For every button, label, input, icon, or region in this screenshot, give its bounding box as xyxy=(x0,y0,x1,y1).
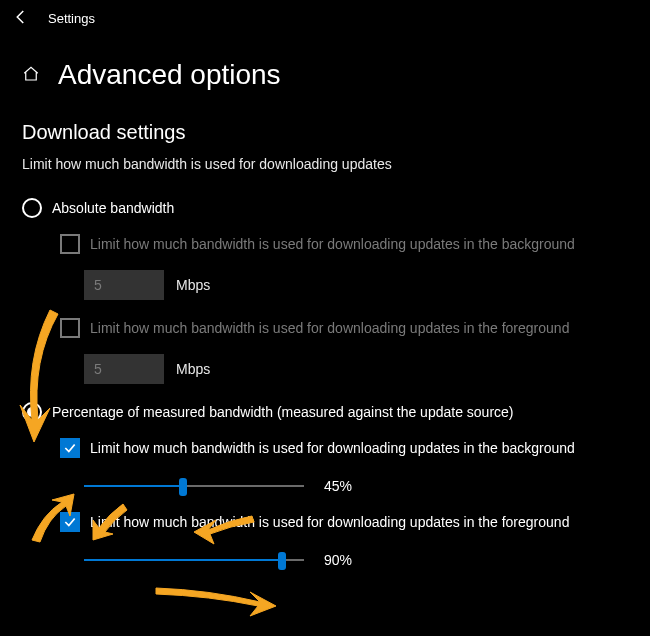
slider-value-label: 90% xyxy=(324,552,364,568)
radio-label: Absolute bandwidth xyxy=(52,200,174,216)
radio-label: Percentage of measured bandwidth (measur… xyxy=(52,404,514,420)
radio-percentage-bandwidth[interactable]: Percentage of measured bandwidth (measur… xyxy=(22,402,628,422)
checkbox-label: Limit how much bandwidth is used for dow… xyxy=(90,514,569,530)
window-title: Settings xyxy=(48,11,95,26)
radio-absolute-bandwidth[interactable]: Absolute bandwidth xyxy=(22,198,628,218)
checkbox-label: Limit how much bandwidth is used for dow… xyxy=(90,320,569,336)
checkbox-absolute-foreground[interactable]: Limit how much bandwidth is used for dow… xyxy=(60,318,628,338)
checkbox-icon xyxy=(60,512,80,532)
slider-foreground-bandwidth[interactable] xyxy=(84,548,304,572)
section-description: Limit how much bandwidth is used for dow… xyxy=(22,156,628,172)
checkbox-icon xyxy=(60,318,80,338)
slider-fill xyxy=(84,485,183,487)
checkbox-label: Limit how much bandwidth is used for dow… xyxy=(90,236,575,252)
unit-label: Mbps xyxy=(176,277,210,293)
absolute-background-input[interactable] xyxy=(84,270,164,300)
slider-value-label: 45% xyxy=(324,478,364,494)
radio-icon xyxy=(22,198,42,218)
checkbox-icon xyxy=(60,438,80,458)
radio-icon xyxy=(22,402,42,422)
slider-fill xyxy=(84,559,282,561)
checkbox-label: Limit how much bandwidth is used for dow… xyxy=(90,440,575,456)
absolute-foreground-input[interactable] xyxy=(84,354,164,384)
back-icon[interactable] xyxy=(12,8,30,29)
checkbox-absolute-background[interactable]: Limit how much bandwidth is used for dow… xyxy=(60,234,628,254)
section-title: Download settings xyxy=(22,121,628,144)
slider-thumb[interactable] xyxy=(179,478,187,496)
checkbox-percentage-foreground[interactable]: Limit how much bandwidth is used for dow… xyxy=(60,512,628,532)
slider-background-bandwidth[interactable] xyxy=(84,474,304,498)
home-icon[interactable] xyxy=(22,65,40,86)
slider-thumb[interactable] xyxy=(278,552,286,570)
page-title: Advanced options xyxy=(58,59,281,91)
checkbox-percentage-background[interactable]: Limit how much bandwidth is used for dow… xyxy=(60,438,628,458)
checkbox-icon xyxy=(60,234,80,254)
unit-label: Mbps xyxy=(176,361,210,377)
annotation-arrow-icon xyxy=(150,580,280,620)
